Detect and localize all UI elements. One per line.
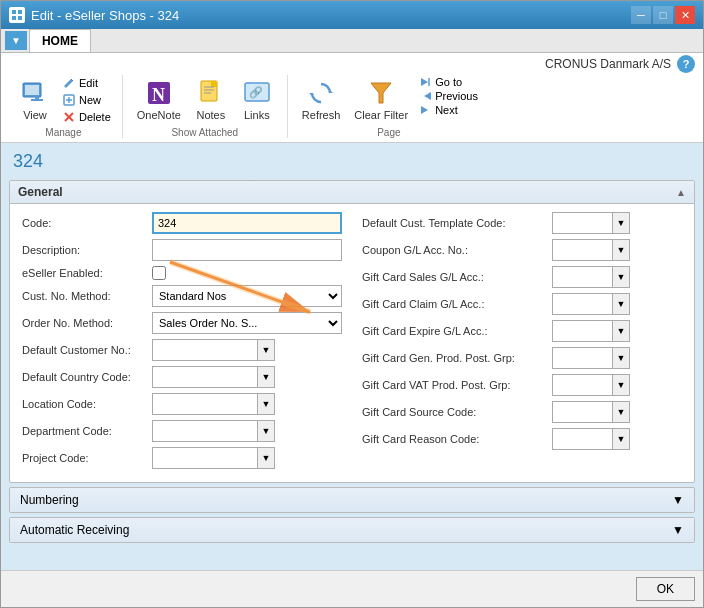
numbering-section-title: Numbering	[20, 493, 79, 507]
gift-card-claim-gl-field: ▼	[552, 293, 630, 315]
previous-button[interactable]: Previous	[416, 89, 482, 103]
manage-buttons: View Edit New D	[13, 75, 114, 125]
gift-card-claim-gl-row: Gift Card Claim G/L Acc.: ▼	[362, 293, 682, 315]
edit-button[interactable]: Edit	[59, 75, 114, 91]
gift-card-source-row: Gift Card Source Code: ▼	[362, 401, 682, 423]
location-code-dropdown-btn[interactable]: ▼	[257, 393, 275, 415]
gift-card-expire-gl-label: Gift Card Expire G/L Acc.:	[362, 325, 552, 337]
gift-card-gen-prod-dropdown-btn[interactable]: ▼	[612, 347, 630, 369]
new-button[interactable]: New	[59, 92, 114, 108]
notes-icon	[195, 77, 227, 109]
view-icon	[19, 77, 51, 109]
svg-rect-5	[25, 85, 39, 95]
goto-label: Go to	[435, 76, 462, 88]
notes-button[interactable]: Notes	[189, 75, 233, 123]
gift-card-source-label: Gift Card Source Code:	[362, 406, 552, 418]
project-code-dropdown-btn[interactable]: ▼	[257, 447, 275, 469]
main-window: Edit - eSeller Shops - 324 ─ □ ✕ ▼ HOME …	[0, 0, 704, 608]
gift-card-sales-gl-input[interactable]	[552, 266, 612, 288]
project-code-label: Project Code:	[22, 452, 152, 464]
refresh-button[interactable]: Refresh	[296, 75, 347, 123]
default-customer-no-dropdown-btn[interactable]: ▼	[257, 339, 275, 361]
ribbon-group-show-attached: N OneNote	[123, 75, 288, 138]
svg-text:N: N	[152, 85, 165, 105]
view-button[interactable]: View	[13, 75, 57, 123]
cust-no-method-row: Cust. No. Method: Standard Nos	[22, 285, 342, 307]
numbering-section: Numbering ▼	[9, 487, 695, 513]
project-code-row: Project Code: ▼	[22, 447, 342, 469]
location-code-row: Location Code: ▼	[22, 393, 342, 415]
department-code-input[interactable]	[152, 420, 257, 442]
default-cust-template-dropdown-btn[interactable]: ▼	[612, 212, 630, 234]
general-section-title: General	[18, 185, 63, 199]
gift-card-gen-prod-field: ▼	[552, 347, 630, 369]
links-button[interactable]: 🔗 Links	[235, 75, 279, 123]
manage-small-buttons: Edit New Delete	[59, 75, 114, 125]
tab-back-button[interactable]: ▼	[5, 31, 27, 50]
automatic-receiving-section-header[interactable]: Automatic Receiving ▼	[10, 518, 694, 542]
onenote-button[interactable]: N OneNote	[131, 75, 187, 123]
gift-card-source-input[interactable]	[552, 401, 612, 423]
svg-marker-25	[371, 83, 391, 103]
eseller-enabled-label: eSeller Enabled:	[22, 267, 152, 279]
eseller-enabled-checkbox[interactable]	[152, 266, 166, 280]
gift-card-source-dropdown-btn[interactable]: ▼	[612, 401, 630, 423]
ok-button[interactable]: OK	[636, 577, 695, 601]
delete-button[interactable]: Delete	[59, 109, 114, 125]
gift-card-sales-gl-dropdown-btn[interactable]: ▼	[612, 266, 630, 288]
tab-bar: ▼ HOME	[1, 29, 703, 53]
default-customer-no-input[interactable]	[152, 339, 257, 361]
tab-home[interactable]: HOME	[29, 29, 91, 52]
automatic-receiving-section-title: Automatic Receiving	[20, 523, 129, 537]
department-code-dropdown-btn[interactable]: ▼	[257, 420, 275, 442]
view-label: View	[23, 109, 47, 121]
close-button[interactable]: ✕	[675, 6, 695, 24]
form-column-right: Default Cust. Template Code: ▼ Coupon G/…	[362, 212, 682, 474]
clear-filter-button[interactable]: Clear Filter	[348, 75, 414, 123]
ribbon-group-page: Refresh Clear Filter Go to	[288, 75, 490, 138]
ribbon-top: CRONUS Danmark A/S ?	[5, 55, 699, 75]
code-input[interactable]	[152, 212, 342, 234]
cust-no-method-select[interactable]: Standard Nos	[152, 285, 342, 307]
gift-card-sales-gl-field: ▼	[552, 266, 630, 288]
default-cust-template-input[interactable]	[552, 212, 612, 234]
gift-card-expire-gl-input[interactable]	[552, 320, 612, 342]
onenote-icon: N	[143, 77, 175, 109]
svg-rect-2	[12, 16, 16, 20]
gift-card-reason-field: ▼	[552, 428, 630, 450]
show-attached-group-label: Show Attached	[171, 125, 238, 138]
next-button[interactable]: Next	[416, 103, 482, 117]
gift-card-vat-prod-field: ▼	[552, 374, 630, 396]
gift-card-vat-prod-input[interactable]	[552, 374, 612, 396]
maximize-button[interactable]: □	[653, 6, 673, 24]
default-country-code-input[interactable]	[152, 366, 257, 388]
gift-card-reason-row: Gift Card Reason Code: ▼	[362, 428, 682, 450]
gift-card-claim-gl-label: Gift Card Claim G/L Acc.:	[362, 298, 552, 310]
help-button[interactable]: ?	[677, 55, 695, 73]
eseller-enabled-row: eSeller Enabled:	[22, 266, 342, 280]
general-section-header[interactable]: General ▲	[10, 181, 694, 204]
coupon-gl-acc-input[interactable]	[552, 239, 612, 261]
goto-button[interactable]: Go to	[416, 75, 482, 89]
minimize-button[interactable]: ─	[631, 6, 651, 24]
location-code-input[interactable]	[152, 393, 257, 415]
gift-card-gen-prod-input[interactable]	[552, 347, 612, 369]
project-code-field: ▼	[152, 447, 275, 469]
default-country-code-dropdown-btn[interactable]: ▼	[257, 366, 275, 388]
gift-card-reason-label: Gift Card Reason Code:	[362, 433, 552, 445]
gift-card-source-field: ▼	[552, 401, 630, 423]
description-input[interactable]	[152, 239, 342, 261]
gift-card-claim-gl-dropdown-btn[interactable]: ▼	[612, 293, 630, 315]
gift-card-vat-prod-dropdown-btn[interactable]: ▼	[612, 374, 630, 396]
gift-card-reason-dropdown-btn[interactable]: ▼	[612, 428, 630, 450]
gift-card-reason-input[interactable]	[552, 428, 612, 450]
gift-card-gen-prod-row: Gift Card Gen. Prod. Post. Grp: ▼	[362, 347, 682, 369]
coupon-gl-acc-dropdown-btn[interactable]: ▼	[612, 239, 630, 261]
gift-card-claim-gl-input[interactable]	[552, 293, 612, 315]
gift-card-expire-gl-dropdown-btn[interactable]: ▼	[612, 320, 630, 342]
numbering-section-header[interactable]: Numbering ▼	[10, 488, 694, 512]
window-controls: ─ □ ✕	[631, 6, 695, 24]
coupon-gl-acc-field: ▼	[552, 239, 630, 261]
project-code-input[interactable]	[152, 447, 257, 469]
order-no-method-select[interactable]: Sales Order No. S...	[152, 312, 342, 334]
